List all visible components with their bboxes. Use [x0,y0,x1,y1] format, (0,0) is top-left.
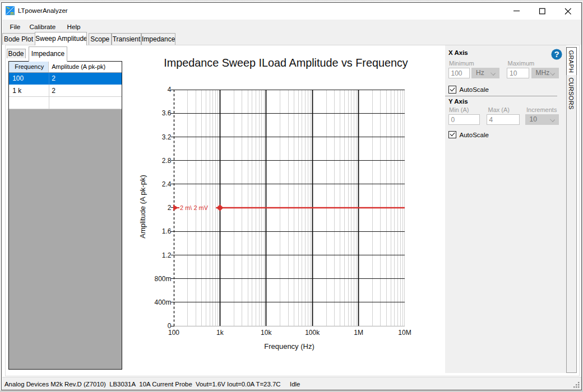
svg-text:100k: 100k [305,329,320,337]
svg-text:2.4: 2.4 [162,180,172,188]
svg-text:Frequency (Hz): Frequency (Hz) [264,342,314,351]
svg-text:?: ? [554,49,559,59]
svg-text:800m: 800m [154,275,171,283]
svg-text:400m: 400m [154,298,171,306]
svg-text:1.6: 1.6 [162,227,172,235]
svg-text:2 m\ 2 mV: 2 m\ 2 mV [180,204,209,211]
svg-text:3.2: 3.2 [162,133,172,141]
svg-text:3.6: 3.6 [162,109,172,117]
svg-text:4: 4 [168,86,172,94]
svg-text:10k: 10k [261,329,272,337]
svg-text:Amplitude (A pk-pk): Amplitude (A pk-pk) [138,175,147,238]
svg-text:10M: 10M [398,329,411,337]
svg-text:Impedance Sweep ILoad Amplitud: Impedance Sweep ILoad Amplitude vs Frequ… [164,57,408,69]
svg-text:1M: 1M [354,329,363,337]
svg-text:2.8: 2.8 [162,157,172,165]
svg-text:1k: 1k [216,329,224,337]
svg-text:100: 100 [168,329,179,337]
svg-text:2: 2 [168,204,172,212]
svg-text:1.2: 1.2 [162,251,172,259]
